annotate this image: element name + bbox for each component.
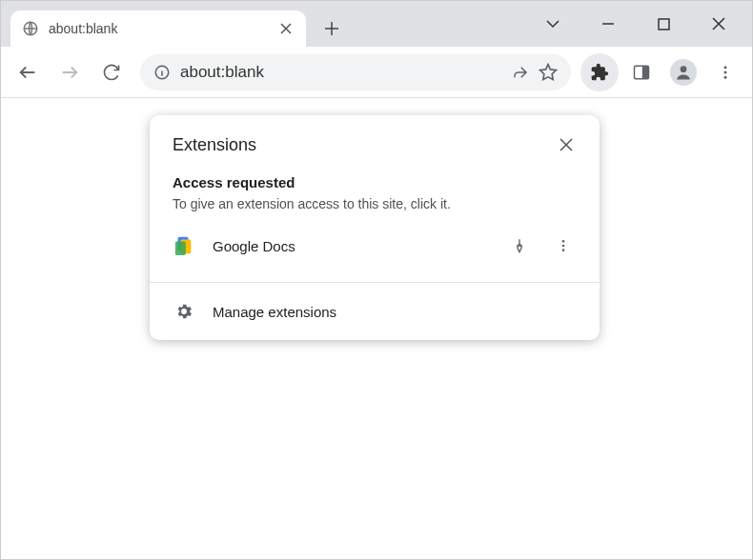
close-window-button[interactable]	[704, 10, 733, 38]
extension-name: Google Docs	[213, 238, 489, 254]
minimize-button[interactable]	[594, 10, 622, 38]
google-docs-icon	[173, 234, 195, 257]
svg-point-12	[562, 240, 565, 243]
url-text: about:blank	[180, 63, 502, 82]
manage-extensions-label: Manage extensions	[213, 304, 336, 320]
bookmark-star-icon[interactable]	[539, 63, 558, 82]
back-button[interactable]	[9, 53, 47, 91]
svg-point-14	[562, 249, 565, 251]
svg-rect-4	[642, 66, 649, 79]
globe-icon	[22, 20, 39, 37]
manage-extensions-button[interactable]: Manage extensions	[150, 283, 600, 340]
svg-point-5	[681, 66, 687, 72]
window-controls	[539, 1, 752, 47]
access-requested-heading: Access requested	[173, 174, 577, 190]
svg-point-13	[562, 245, 565, 248]
svg-point-8	[724, 75, 727, 78]
svg-rect-1	[659, 19, 669, 30]
profile-button[interactable]	[664, 53, 702, 91]
side-panel-button[interactable]	[622, 53, 661, 91]
close-popup-button[interactable]	[552, 130, 580, 159]
svg-point-6	[724, 66, 727, 69]
popup-title: Extensions	[173, 135, 256, 155]
avatar	[670, 59, 697, 86]
extensions-button[interactable]	[580, 53, 619, 91]
tab-title: about:blank	[49, 21, 277, 36]
menu-button[interactable]	[706, 53, 744, 91]
extensions-popup: Extensions Access requested To give an e…	[150, 115, 600, 340]
address-bar[interactable]: about:blank	[140, 54, 571, 90]
page-content: Extensions Access requested To give an e…	[1, 98, 752, 559]
info-icon[interactable]	[153, 64, 171, 81]
close-tab-button[interactable]	[277, 20, 295, 37]
svg-rect-11	[175, 241, 186, 255]
toolbar: about:blank	[1, 47, 752, 98]
extension-item[interactable]: Google Docs	[173, 227, 577, 265]
browser-tab[interactable]: about:blank	[10, 10, 306, 47]
svg-point-7	[724, 70, 727, 73]
extension-menu-button[interactable]	[550, 232, 577, 259]
share-icon[interactable]	[512, 64, 529, 81]
maximize-button[interactable]	[649, 10, 678, 38]
pin-button[interactable]	[506, 232, 533, 259]
gear-icon	[173, 300, 195, 323]
new-tab-button[interactable]	[317, 14, 346, 43]
chevron-down-icon[interactable]	[539, 10, 567, 38]
access-requested-description: To give an extension access to this site…	[173, 196, 577, 211]
titlebar: about:blank	[1, 1, 752, 47]
reload-button[interactable]	[92, 53, 131, 91]
forward-button[interactable]	[51, 53, 89, 91]
